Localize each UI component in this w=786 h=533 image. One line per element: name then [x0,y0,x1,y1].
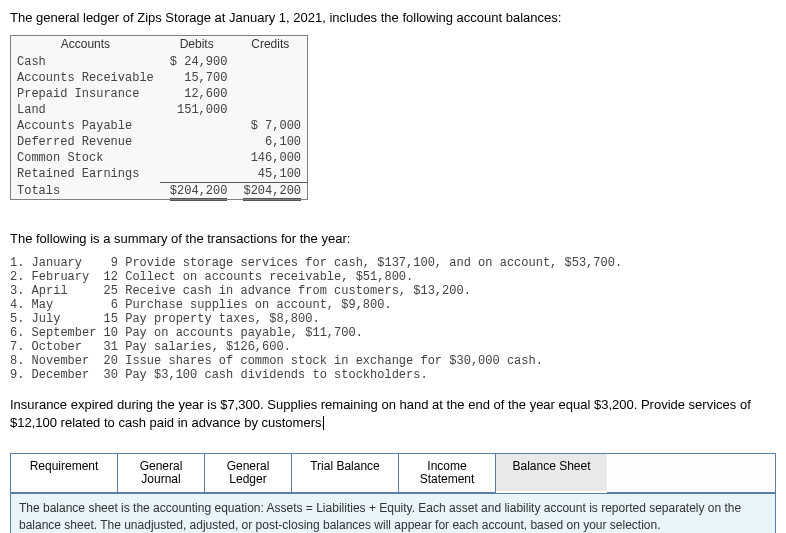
col-accounts: Accounts [11,36,160,54]
tab-bar: Requirement General Journal General Ledg… [11,454,775,493]
list-item: 7. October 31 Pay salaries, $126,600. [10,340,776,354]
tab-income-statement[interactable]: Income Statement [399,454,496,492]
table-row: Land151,000 [11,102,307,118]
table-row: Prepaid Insurance12,600 [11,86,307,102]
transactions-list: 1. January 9 Provide storage services fo… [10,256,776,382]
col-credits: Credits [233,36,307,54]
intro-text: The general ledger of Zips Storage at Ja… [10,10,776,25]
ledger-table: Accounts Debits Credits Cash$ 24,900 Acc… [10,35,308,200]
totals-row: Totals $204,200 $204,200 [11,183,307,200]
list-item: 6. September 10 Pay on accounts payable,… [10,326,776,340]
text-cursor [323,416,324,430]
tab-trial-balance[interactable]: Trial Balance [292,454,399,492]
tab-general-journal[interactable]: General Journal [118,454,205,492]
tab-requirement[interactable]: Requirement [11,454,118,492]
adjustments-text: Insurance expired during the year is $7,… [10,396,776,431]
table-row: Accounts Payable$ 7,000 [11,118,307,134]
table-row: Deferred Revenue6,100 [11,134,307,150]
info-box: The balance sheet is the accounting equa… [11,493,775,533]
summary-header: The following is a summary of the transa… [10,231,776,246]
list-item: 4. May 6 Purchase supplies on account, $… [10,298,776,312]
list-item: 2. February 12 Collect on accounts recei… [10,270,776,284]
col-debits: Debits [160,36,234,54]
tab-general-ledger[interactable]: General Ledger [205,454,292,492]
list-item: 5. July 15 Pay property taxes, $8,800. [10,312,776,326]
table-row: Cash$ 24,900 [11,54,307,70]
list-item: 9. December 30 Pay $3,100 cash dividends… [10,368,776,382]
table-row: Common Stock146,000 [11,150,307,166]
list-item: 3. April 25 Receive cash in advance from… [10,284,776,298]
list-item: 1. January 9 Provide storage services fo… [10,256,776,270]
tabs-container: Requirement General Journal General Ledg… [10,453,776,533]
table-row: Retained Earnings45,100 [11,166,307,183]
list-item: 8. November 20 Issue shares of common st… [10,354,776,368]
table-row: Accounts Receivable15,700 [11,70,307,86]
tab-balance-sheet[interactable]: Balance Sheet [496,454,607,493]
